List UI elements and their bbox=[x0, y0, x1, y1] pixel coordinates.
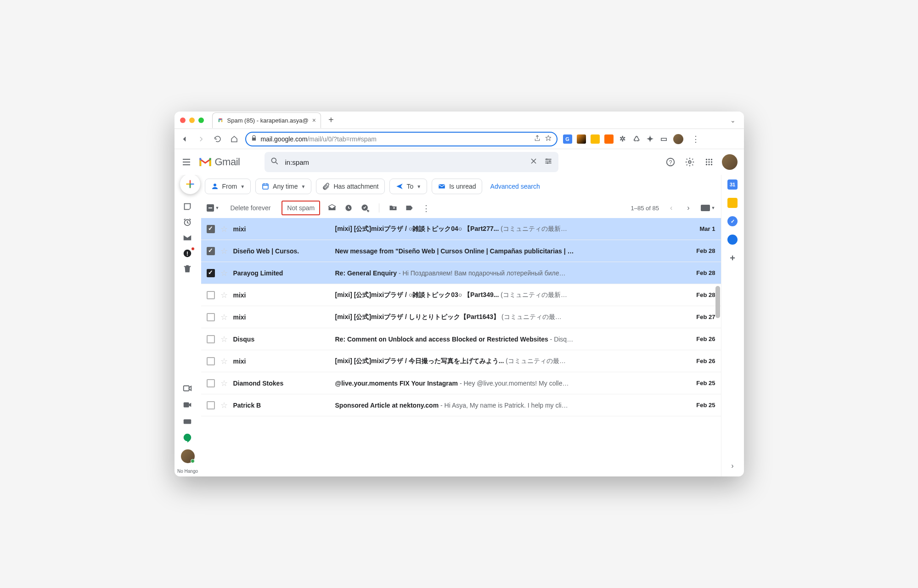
browser-tab[interactable]: Spam (85) - karapetian.asya@ × bbox=[212, 112, 321, 128]
filter-unread-chip[interactable]: Is unread bbox=[432, 179, 482, 194]
search-input[interactable] bbox=[285, 158, 524, 166]
account-avatar[interactable] bbox=[722, 154, 738, 170]
filter-attachment-chip[interactable]: Has attachment bbox=[316, 179, 384, 194]
mail-row[interactable]: ☆mixi[mixi] [公式]mixiプラザ / ○雑談トピック03○ 【Pa… bbox=[201, 284, 721, 306]
nav-hangouts-icon[interactable] bbox=[182, 433, 193, 444]
labels-icon[interactable] bbox=[405, 203, 414, 213]
extension-similarweb-icon[interactable] bbox=[577, 134, 586, 144]
search-options-icon[interactable] bbox=[544, 157, 553, 168]
star-icon[interactable]: ☆ bbox=[220, 334, 228, 344]
search-box[interactable] bbox=[265, 152, 558, 172]
get-addons-icon[interactable]: + bbox=[727, 253, 738, 263]
tasks-addon-icon[interactable]: ✓ bbox=[727, 216, 738, 226]
select-all-checkbox[interactable] bbox=[207, 204, 214, 212]
contacts-addon-icon[interactable] bbox=[727, 235, 738, 245]
mail-checkbox[interactable] bbox=[207, 291, 215, 299]
star-icon[interactable]: ☆ bbox=[220, 356, 228, 366]
pager-prev-button[interactable]: ‹ bbox=[666, 204, 676, 212]
forward-button[interactable] bbox=[196, 134, 207, 145]
mark-read-icon[interactable] bbox=[327, 203, 337, 213]
mail-checkbox[interactable] bbox=[207, 225, 215, 233]
nav-spam-icon[interactable]: ! bbox=[182, 248, 193, 259]
star-icon[interactable]: ☆ bbox=[220, 290, 228, 300]
filter-from-chip[interactable]: From▼ bbox=[205, 179, 251, 194]
share-icon[interactable] bbox=[534, 134, 541, 144]
gmail-logo[interactable]: Gmail bbox=[198, 156, 240, 168]
nav-video-icon[interactable] bbox=[182, 400, 193, 411]
bookmark-star-icon[interactable] bbox=[545, 134, 552, 144]
extension-bug-icon[interactable]: ✲ bbox=[618, 134, 627, 144]
profile-avatar-button[interactable] bbox=[673, 134, 683, 144]
mail-row[interactable]: ☆DisqusRe: Comment on Unblock and access… bbox=[201, 328, 721, 350]
nav-keyboard-icon[interactable] bbox=[182, 416, 193, 427]
window-maximize-button[interactable] bbox=[198, 118, 204, 123]
calendar-addon-icon[interactable]: 31 bbox=[727, 179, 738, 190]
mail-row[interactable]: ☆Diamond Stokes@live.your.moments FIX Yo… bbox=[201, 372, 721, 394]
star-icon[interactable]: ☆ bbox=[220, 224, 228, 234]
tabs-menu-button[interactable]: ⌄ bbox=[727, 117, 738, 124]
apps-button[interactable] bbox=[703, 156, 715, 168]
mail-checkbox[interactable] bbox=[207, 313, 215, 321]
window-close-button[interactable] bbox=[180, 118, 186, 123]
clear-search-icon[interactable] bbox=[529, 157, 538, 168]
add-task-icon[interactable] bbox=[360, 203, 370, 213]
nav-mail-icon[interactable] bbox=[182, 233, 193, 244]
star-icon[interactable]: ☆ bbox=[220, 246, 228, 256]
browser-menu-button[interactable]: ⋮ bbox=[688, 134, 704, 144]
new-tab-button[interactable]: + bbox=[326, 115, 337, 125]
mail-row[interactable]: ☆mixi[mixi] [公式]mixiプラザ / 今日撮った写真を上げてみよう… bbox=[201, 350, 721, 372]
extension-yellow-icon[interactable] bbox=[591, 134, 600, 144]
mail-row[interactable]: ☆mixi[mixi] [公式]mixiプラザ / ○雑談トピック04○ 【Pa… bbox=[201, 218, 721, 240]
mail-checkbox[interactable] bbox=[207, 379, 215, 387]
settings-button[interactable] bbox=[683, 156, 696, 168]
back-button[interactable] bbox=[179, 134, 190, 145]
move-to-icon[interactable] bbox=[389, 203, 398, 213]
star-icon[interactable]: ☆ bbox=[220, 312, 228, 322]
help-button[interactable]: ? bbox=[664, 156, 677, 168]
hangouts-avatar[interactable] bbox=[181, 449, 195, 463]
extension-translate-icon[interactable]: G bbox=[563, 134, 572, 144]
window-minimize-button[interactable] bbox=[189, 118, 195, 123]
collapse-panel-button[interactable]: › bbox=[725, 455, 740, 476]
mail-checkbox[interactable] bbox=[207, 247, 215, 255]
nav-snoozed-icon[interactable] bbox=[182, 217, 193, 228]
star-icon[interactable]: ☆ bbox=[220, 378, 228, 388]
delete-forever-button[interactable]: Delete forever bbox=[226, 202, 274, 213]
advanced-search-link[interactable]: Advanced search bbox=[490, 183, 540, 190]
nav-trash-icon[interactable] bbox=[182, 264, 193, 275]
mail-date: Feb 28 bbox=[688, 247, 715, 254]
extension-analytics-icon[interactable] bbox=[604, 134, 614, 144]
reload-button[interactable] bbox=[212, 134, 223, 145]
mail-row[interactable]: ☆Diseño Web | Cursos.New message from "D… bbox=[201, 240, 721, 262]
home-button[interactable] bbox=[229, 134, 240, 145]
mail-checkbox[interactable] bbox=[207, 335, 215, 343]
address-bar[interactable]: mail.google.com/mail/u/0/?tab=rm#spam bbox=[245, 132, 558, 146]
star-icon[interactable]: ☆ bbox=[220, 400, 228, 410]
mail-checkbox[interactable] bbox=[207, 269, 215, 277]
nav-meet-icon[interactable] bbox=[182, 383, 193, 394]
mail-row[interactable]: ☆Patrick BSponsored Article at nektony.c… bbox=[201, 394, 721, 416]
keep-addon-icon[interactable] bbox=[727, 198, 738, 208]
star-icon[interactable]: ☆ bbox=[220, 268, 228, 278]
scrollbar-thumb[interactable] bbox=[715, 286, 720, 318]
snooze-icon[interactable] bbox=[344, 203, 353, 213]
mail-row[interactable]: ☆Parayog LimitedRe: General Enquiry - Hi… bbox=[201, 262, 721, 284]
compose-button[interactable] bbox=[180, 175, 200, 194]
input-tools-button[interactable]: ▼ bbox=[701, 205, 715, 211]
more-actions-icon[interactable]: ⋮ bbox=[422, 203, 431, 213]
mail-row[interactable]: ☆mixi[mixi] [公式]mixiプラザ / しりとりトピック【Part1… bbox=[201, 306, 721, 328]
tab-close-button[interactable]: × bbox=[312, 117, 316, 124]
mail-checkbox[interactable] bbox=[207, 357, 215, 365]
extensions-puzzle-icon[interactable]: ✦ bbox=[646, 134, 655, 144]
reading-list-icon[interactable]: ▭ bbox=[659, 134, 669, 144]
main-menu-button[interactable] bbox=[181, 157, 192, 168]
pager-next-button[interactable]: › bbox=[683, 204, 693, 212]
not-spam-button[interactable]: Not spam bbox=[282, 201, 320, 215]
select-menu-arrow[interactable]: ▼ bbox=[215, 206, 220, 210]
mail-checkbox[interactable] bbox=[207, 401, 215, 409]
search-icon[interactable] bbox=[270, 157, 279, 168]
extension-recycle-icon[interactable]: ♺ bbox=[632, 134, 641, 144]
filter-to-chip[interactable]: To▼ bbox=[389, 179, 428, 194]
filter-time-chip[interactable]: Any time▼ bbox=[255, 179, 311, 194]
nav-inbox-icon[interactable] bbox=[182, 202, 193, 213]
